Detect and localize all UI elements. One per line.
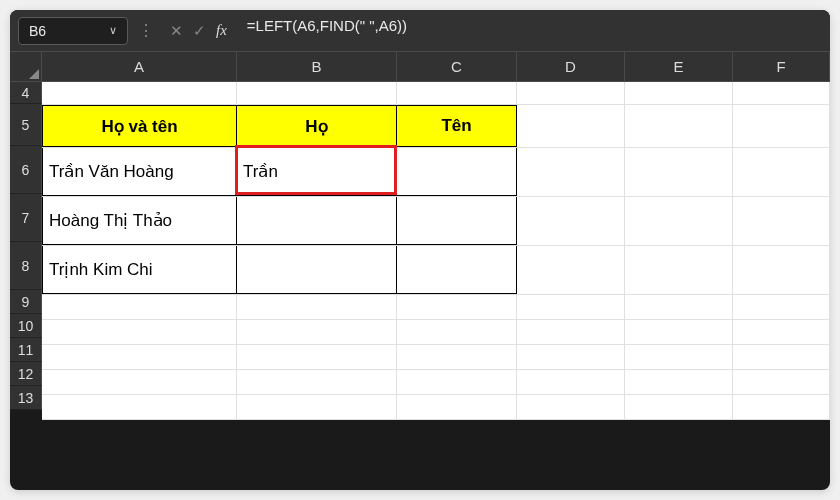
row-header-11[interactable]: 11 [10,338,42,362]
cell-b5-header[interactable]: Họ [237,105,397,147]
cell-d11[interactable] [517,345,625,369]
cell-f10[interactable] [733,320,830,344]
cell-c5-header[interactable]: Tên [397,105,517,147]
cell-a11[interactable] [42,345,237,369]
cell-c13[interactable] [397,395,517,419]
cell-d7[interactable] [517,197,625,245]
cell-c7[interactable] [397,197,517,245]
column-header-d[interactable]: D [517,52,625,82]
cell-b9[interactable] [237,295,397,319]
row-header-5[interactable]: 5 [10,104,42,146]
column-header-b[interactable]: B [237,52,397,82]
cell-e10[interactable] [625,320,733,344]
name-box-value: B6 [29,23,46,39]
cell-d5[interactable] [517,105,625,147]
cell-c10[interactable] [397,320,517,344]
cell-a5-header[interactable]: Họ và tên [42,105,237,147]
name-box[interactable]: B6 ∨ [18,17,128,45]
cell-a7[interactable]: Hoàng Thị Thảo [42,197,237,245]
cell-e7[interactable] [625,197,733,245]
cell-a6[interactable]: Trần Văn Hoàng [42,148,237,196]
row-header-10[interactable]: 10 [10,314,42,338]
row-header-6[interactable]: 6 [10,146,42,194]
cell-a9[interactable] [42,295,237,319]
cell-e8[interactable] [625,246,733,294]
cell-e11[interactable] [625,345,733,369]
cell-b12[interactable] [237,370,397,394]
cell-b11[interactable] [237,345,397,369]
cell-e9[interactable] [625,295,733,319]
cell-f13[interactable] [733,395,830,419]
cell-e13[interactable] [625,395,733,419]
cell-f11[interactable] [733,345,830,369]
cell-d10[interactable] [517,320,625,344]
cell-f12[interactable] [733,370,830,394]
cell-d8[interactable] [517,246,625,294]
cell-f7[interactable] [733,197,830,245]
cell-c11[interactable] [397,345,517,369]
cell-c6[interactable] [397,148,517,196]
row-header-8[interactable]: 8 [10,242,42,290]
cell-f6[interactable] [733,148,830,196]
cell-c12[interactable] [397,370,517,394]
cell-b13[interactable] [237,395,397,419]
row-header-13[interactable]: 13 [10,386,42,410]
chevron-down-icon[interactable]: ∨ [109,24,117,37]
cell-b7[interactable] [237,197,397,245]
cell-b10[interactable] [237,320,397,344]
cell-a4[interactable] [42,82,237,104]
cell-d6[interactable] [517,148,625,196]
column-header-c[interactable]: C [397,52,517,82]
formula-actions: ✕ ✓ fx [164,22,233,40]
cell-f9[interactable] [733,295,830,319]
cell-a13[interactable] [42,395,237,419]
cell-f8[interactable] [733,246,830,294]
cell-c8[interactable] [397,246,517,294]
cell-d9[interactable] [517,295,625,319]
cell-a10[interactable] [42,320,237,344]
cell-a8[interactable]: Trịnh Kim Chi [42,246,237,294]
cell-b4[interactable] [237,82,397,104]
cell-e4[interactable] [625,82,733,104]
select-all-corner[interactable] [10,52,42,82]
cell-e6[interactable] [625,148,733,196]
separator-icon: ⋮ [136,21,156,40]
accept-icon[interactable]: ✓ [193,22,206,40]
cell-c4[interactable] [397,82,517,104]
column-header-f[interactable]: F [733,52,830,82]
formula-bar: B6 ∨ ⋮ ✕ ✓ fx =LEFT(A6,FIND(" ",A6)) [10,10,830,52]
cell-e5[interactable] [625,105,733,147]
cell-a12[interactable] [42,370,237,394]
column-header-a[interactable]: A [42,52,237,82]
select-all-triangle-icon [29,69,39,79]
row-header-9[interactable]: 9 [10,290,42,314]
column-header-e[interactable]: E [625,52,733,82]
cell-d12[interactable] [517,370,625,394]
cell-f4[interactable] [733,82,830,104]
cell-f5[interactable] [733,105,830,147]
fx-icon[interactable]: fx [216,22,227,39]
cancel-icon[interactable]: ✕ [170,22,183,40]
row-header-7[interactable]: 7 [10,194,42,242]
formula-input[interactable]: =LEFT(A6,FIND(" ",A6)) [241,17,822,45]
cell-c9[interactable] [397,295,517,319]
cell-d13[interactable] [517,395,625,419]
row-header-4[interactable]: 4 [10,82,42,104]
row-header-12[interactable]: 12 [10,362,42,386]
cell-e12[interactable] [625,370,733,394]
cell-d4[interactable] [517,82,625,104]
cell-b8[interactable] [237,246,397,294]
cell-b6[interactable]: Trần [237,148,397,196]
